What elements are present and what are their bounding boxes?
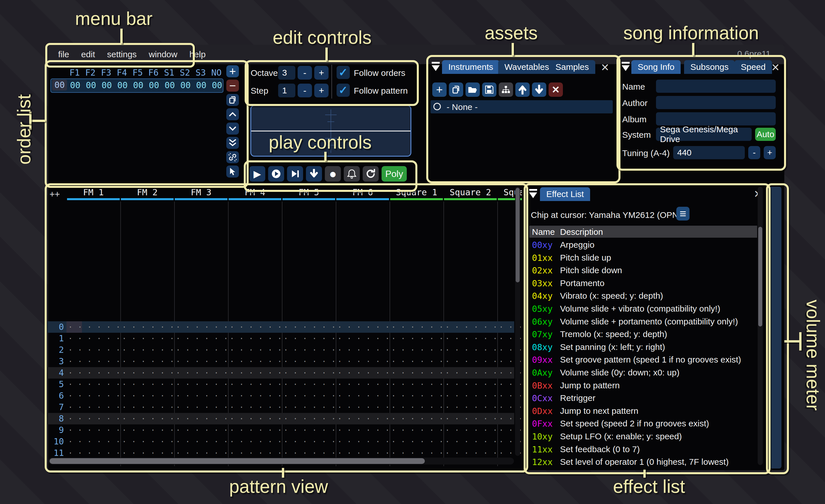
order-cell[interactable]: 00 <box>177 80 194 90</box>
album-field[interactable] <box>656 112 776 125</box>
pattern-cell[interactable]: · · · · · · · · · · · <box>445 356 497 367</box>
pattern-cell[interactable]: · · · · · · · · · · · <box>176 390 227 402</box>
asset-add-button[interactable]: + <box>432 82 447 97</box>
play-button[interactable]: ▶ <box>249 166 265 182</box>
pattern-cell[interactable]: · · · · · · · · · · · <box>68 436 120 447</box>
pattern-cell[interactable]: · · · · · · · · · · · <box>284 402 335 413</box>
effect-row[interactable]: 10xySetup LFO (x: enable; y: speed) <box>529 430 757 443</box>
pattern-cell[interactable]: · · · · · · · · · · · <box>122 333 173 344</box>
pattern-cell[interactable]: · · · · · · · · · · · <box>68 367 120 379</box>
effect-row[interactable]: 01xxPitch slide up <box>529 252 757 264</box>
order-cell[interactable]: 00 <box>146 80 162 90</box>
name-field[interactable] <box>656 80 776 93</box>
pattern-vscrollbar-thumb[interactable] <box>516 188 520 282</box>
pattern-cell[interactable]: · · · · · · · · · · · <box>230 390 281 402</box>
step-value[interactable]: 1 <box>278 84 295 97</box>
pattern-cell[interactable]: · · · · · · · · · · · <box>338 356 389 367</box>
pattern-cell[interactable]: · · · · · · · · · · · <box>445 436 497 447</box>
effect-row[interactable]: 12xxSet level of operator 1 (0 highest, … <box>529 456 757 466</box>
pattern-cell[interactable]: · · · · · · · · · · · <box>284 321 335 333</box>
effect-row[interactable]: 07xyTremolo (x: speed; y: depth) <box>529 328 757 341</box>
octave-plus-button[interactable]: + <box>314 66 328 80</box>
pattern-cell[interactable]: · · · · · · · · · · · <box>68 379 120 390</box>
order-cell[interactable]: 00 <box>83 80 99 90</box>
pattern-cell[interactable]: · · · · · · · · · · · <box>68 344 120 356</box>
channel-header-fm-3[interactable]: FM 3 <box>174 187 228 197</box>
asset-list-item[interactable]: - None - <box>431 100 613 113</box>
pattern-cell[interactable]: · · · · · · · · · · · <box>338 402 389 413</box>
pattern-cell[interactable]: · · · · · · · · · · · <box>391 344 443 356</box>
order-cell[interactable]: 00 <box>99 80 115 90</box>
pattern-cell[interactable]: · · · · · · · · · · · <box>122 413 173 424</box>
menu-item-settings[interactable]: settings <box>107 45 137 64</box>
pattern-cell[interactable]: · · · · · · · · · · · <box>176 413 227 424</box>
follow-orders-checkbox[interactable]: ✓ <box>336 66 350 79</box>
pattern-cell[interactable]: · · · · · · · · · · · <box>176 367 227 379</box>
effect-row[interactable]: 03xxPortamento <box>529 277 757 290</box>
pattern-cell[interactable]: · · · · · · · · · · · <box>122 321 173 333</box>
pattern-cell[interactable]: · · · · · · · · · · · <box>176 436 227 447</box>
pattern-cell[interactable]: · · · · · · · · · · · <box>230 379 281 390</box>
effect-vscrollbar-thumb[interactable] <box>758 227 762 326</box>
pattern-cell[interactable]: · · · · · · · · · · · <box>230 356 281 367</box>
order-cell[interactable]: 00 <box>67 80 83 90</box>
system-value[interactable]: Sega Genesis/Mega Drive <box>656 128 752 141</box>
tuning-value[interactable]: 440 <box>673 146 745 159</box>
pattern-cell[interactable]: · · · · · · · · · · · <box>391 402 443 413</box>
pattern-cell[interactable]: · · · · · · · · · · · <box>122 447 173 459</box>
tab-wavetables[interactable]: Wavetables <box>498 60 555 74</box>
order-move-up-button[interactable] <box>226 108 239 120</box>
pattern-cell[interactable]: · · · · · · · · · · · <box>230 333 281 344</box>
pattern-cell[interactable]: · · · · · · · · · · · <box>391 356 443 367</box>
menu-item-edit[interactable]: edit <box>81 45 95 64</box>
step-row-button[interactable] <box>306 166 322 182</box>
pattern-cell[interactable]: · · · · · · · · · · · <box>284 447 335 459</box>
effect-row[interactable]: 06xyVolume slide + portamento (compatibi… <box>529 316 757 328</box>
order-remove-button[interactable]: − <box>226 80 239 92</box>
pattern-cell[interactable]: · · · · · · · · · · · <box>68 333 120 344</box>
play-from-cursor-button[interactable] <box>287 166 303 182</box>
asset-duplicate-button[interactable] <box>449 82 463 97</box>
tab-effect-list[interactable]: Effect List <box>540 187 590 201</box>
pattern-cell[interactable]: · · · · · · · · · · · <box>176 344 227 356</box>
effect-row[interactable]: 02xxPitch slide down <box>529 264 757 277</box>
order-edit-mode-button[interactable] <box>226 166 239 178</box>
pattern-vscrollbar[interactable] <box>515 187 520 456</box>
pattern-cell[interactable]: · · · · · · · · · · · <box>176 333 227 344</box>
poly-button[interactable]: Poly <box>382 166 407 182</box>
pattern-cell[interactable]: · · · · · · · · · · · <box>122 424 173 436</box>
pattern-cell[interactable]: · · · · · · · · · · · <box>176 356 227 367</box>
order-deep-clone-button[interactable] <box>226 151 239 163</box>
step-minus-button[interactable]: - <box>298 84 312 97</box>
channel-header-fm-6[interactable]: FM 6 <box>336 187 390 197</box>
pattern-cell[interactable]: · · · · · · · · · · · <box>445 447 497 459</box>
pattern-cell[interactable]: · · · · · · · · · · · <box>284 424 335 436</box>
pattern-cell[interactable]: · · · · · · · · · · · <box>391 379 443 390</box>
tuning-minus-button[interactable]: - <box>748 146 760 159</box>
effect-row[interactable]: 0CxxRetrigger <box>529 392 757 405</box>
pattern-cell[interactable]: · · · · · · · · · · · <box>68 447 120 459</box>
pattern-cell[interactable]: · · · · · · · · · · · <box>338 333 389 344</box>
pattern-cell[interactable]: · · · · · · · · · · · <box>176 379 227 390</box>
pattern-cell[interactable]: · · · · · · · · · · · <box>284 379 335 390</box>
order-move-down-button[interactable] <box>226 122 239 135</box>
pattern-cell[interactable]: · · · · · · · · · · · <box>122 356 173 367</box>
pattern-cell[interactable]: · · · · · · · · · · · <box>230 413 281 424</box>
pattern-cell[interactable]: · · · · · · · · · · · <box>445 344 497 356</box>
effect-vscrollbar[interactable] <box>758 187 763 465</box>
asset-move-up-button[interactable] <box>515 82 530 97</box>
pattern-cell[interactable]: · · · · · · · · · · · <box>445 402 497 413</box>
pattern-cell[interactable]: · · · · · · · · · · · <box>338 344 389 356</box>
pattern-cell[interactable]: · · · · · · · · · · · <box>338 447 389 459</box>
pattern-cell[interactable]: · · · · · · · · · · · <box>338 379 389 390</box>
channel-header-fm-2[interactable]: FM 2 <box>120 187 174 197</box>
metronome-button[interactable] <box>344 166 360 182</box>
asset-directory-button[interactable] <box>499 82 513 97</box>
tab-song-info[interactable]: Song Info <box>631 60 681 74</box>
assets-close-icon[interactable]: ✕ <box>601 63 609 73</box>
order-row[interactable]: 00 00000000000000000000 <box>51 78 223 93</box>
tab-samples[interactable]: Samples <box>549 60 595 74</box>
menu-item-window[interactable]: window <box>149 45 177 64</box>
repeat-button[interactable] <box>363 166 379 182</box>
pattern-cell[interactable]: · · · · · · · · · · · <box>68 413 120 424</box>
